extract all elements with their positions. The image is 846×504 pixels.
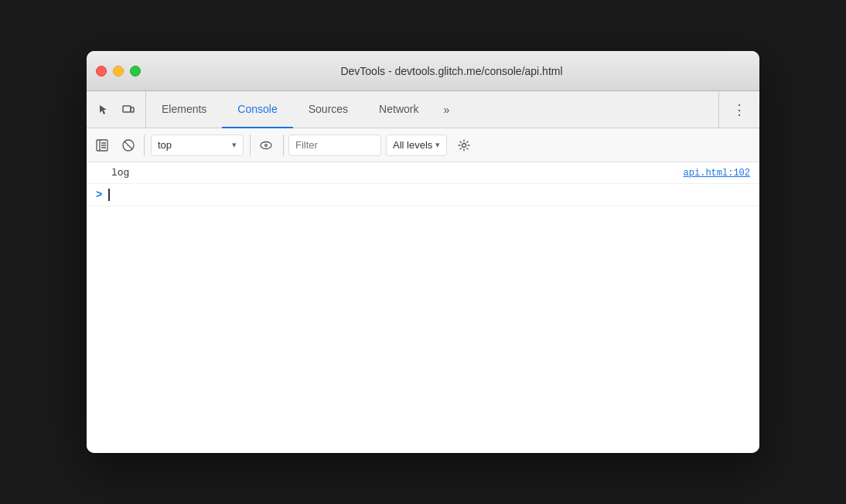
console-prompt[interactable]: > <box>96 189 102 201</box>
maximize-button[interactable] <box>130 66 141 77</box>
filter-separator <box>283 135 284 156</box>
levels-selector[interactable]: All levels ▾ <box>386 135 447 156</box>
more-tabs-button[interactable]: » <box>434 91 459 128</box>
cursor-icon[interactable] <box>93 99 114 121</box>
tab-sources[interactable]: Sources <box>293 91 363 128</box>
tab-bar: Elements Console Sources Network » ⋮ <box>87 91 759 128</box>
filter-input[interactable] <box>288 135 381 156</box>
toolbar-separator-1 <box>144 135 145 156</box>
close-button[interactable] <box>96 66 107 77</box>
log-row: log api.html:102 <box>87 162 759 184</box>
context-selector[interactable]: top ▾ <box>151 135 244 156</box>
show-sidebar-button[interactable] <box>90 133 114 158</box>
console-content: log api.html:102 > <box>87 162 759 453</box>
live-expression-button[interactable] <box>254 133 278 158</box>
tab-bar-icons <box>87 91 146 128</box>
tab-bar-end: ⋮ <box>718 91 759 128</box>
tab-elements[interactable]: Elements <box>146 91 222 128</box>
traffic-lights <box>96 66 141 77</box>
tabs: Elements Console Sources Network » <box>146 91 718 128</box>
minimize-button[interactable] <box>113 66 124 77</box>
title-bar: DevTools - devtools.glitch.me/console/ap… <box>87 51 759 91</box>
window-title: DevTools - devtools.glitch.me/console/ap… <box>153 65 750 77</box>
toolbar-separator-2 <box>250 135 251 156</box>
svg-line-8 <box>125 141 132 149</box>
console-input-row[interactable]: > <box>87 184 759 206</box>
log-source[interactable]: api.html:102 <box>684 168 750 179</box>
devtools-window: DevTools - devtools.glitch.me/console/ap… <box>87 51 759 453</box>
console-settings-button[interactable] <box>452 133 476 158</box>
svg-rect-1 <box>131 107 134 112</box>
svg-point-11 <box>265 145 267 146</box>
console-cursor <box>108 189 110 201</box>
device-icon[interactable] <box>118 99 139 121</box>
levels-dropdown-arrow: ▾ <box>435 140 440 150</box>
svg-point-12 <box>462 143 466 147</box>
svg-rect-0 <box>123 106 131 112</box>
clear-console-button[interactable] <box>116 133 141 158</box>
log-text: log <box>111 167 129 179</box>
context-dropdown-arrow: ▾ <box>232 140 237 150</box>
tab-console[interactable]: Console <box>222 91 292 128</box>
devtools-menu-icon[interactable]: ⋮ <box>728 99 750 121</box>
console-toolbar: top ▾ All levels ▾ <box>87 128 759 162</box>
tab-network[interactable]: Network <box>363 91 434 128</box>
